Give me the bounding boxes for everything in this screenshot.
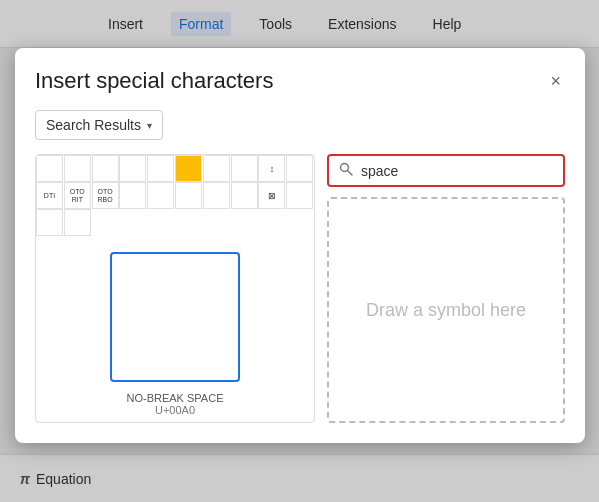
char-cell[interactable] bbox=[36, 209, 63, 236]
right-panel: Draw a symbol here bbox=[327, 154, 565, 423]
selected-char-code: U+00A0 bbox=[42, 404, 308, 416]
char-cell[interactable]: DTI bbox=[36, 182, 63, 209]
char-cell[interactable] bbox=[64, 155, 91, 182]
char-grid: ↕ DTI OTO RIT OTO RBO ⊠ bbox=[36, 155, 314, 236]
char-cell[interactable] bbox=[147, 182, 174, 209]
dialog-title: Insert special characters bbox=[35, 68, 273, 94]
search-icon bbox=[339, 162, 353, 179]
char-cell[interactable] bbox=[147, 155, 174, 182]
character-panel: ↕ DTI OTO RIT OTO RBO ⊠ NO-BRE bbox=[35, 154, 315, 423]
char-cell[interactable]: ↕ bbox=[258, 155, 285, 182]
draw-symbol-area[interactable]: Draw a symbol here bbox=[327, 197, 565, 423]
draw-area-label: Draw a symbol here bbox=[366, 300, 526, 321]
close-button[interactable]: × bbox=[546, 68, 565, 94]
search-input[interactable] bbox=[361, 163, 553, 179]
search-results-dropdown[interactable]: Search Results ▾ bbox=[35, 110, 163, 140]
dialog-body: ↕ DTI OTO RIT OTO RBO ⊠ NO-BRE bbox=[35, 154, 565, 423]
char-cell[interactable] bbox=[231, 155, 258, 182]
selected-char-name: NO-BREAK SPACE bbox=[42, 392, 308, 404]
char-cell[interactable] bbox=[36, 155, 63, 182]
char-cell[interactable] bbox=[175, 182, 202, 209]
char-cell[interactable]: OTO RBO bbox=[92, 182, 119, 209]
char-cell[interactable] bbox=[203, 182, 230, 209]
selected-char-display[interactable] bbox=[110, 252, 240, 382]
char-cell[interactable] bbox=[92, 155, 119, 182]
char-cell[interactable] bbox=[119, 155, 146, 182]
char-cell[interactable] bbox=[286, 155, 313, 182]
char-cell[interactable] bbox=[231, 182, 258, 209]
char-cell-highlighted[interactable] bbox=[175, 155, 202, 182]
svg-line-1 bbox=[348, 171, 352, 175]
dropdown-label: Search Results bbox=[46, 117, 141, 133]
char-cell[interactable]: OTO RIT bbox=[64, 182, 91, 209]
char-cell[interactable] bbox=[203, 155, 230, 182]
char-cell[interactable]: ⊠ bbox=[258, 182, 285, 209]
search-box bbox=[327, 154, 565, 187]
dialog-header: Insert special characters × bbox=[35, 68, 565, 94]
char-cell[interactable] bbox=[286, 182, 313, 209]
dropdown-arrow-icon: ▾ bbox=[147, 120, 152, 131]
char-cell[interactable] bbox=[64, 209, 91, 236]
svg-point-0 bbox=[341, 164, 349, 172]
char-cell[interactable] bbox=[119, 182, 146, 209]
char-detail-panel: NO-BREAK SPACE U+00A0 bbox=[36, 236, 314, 422]
insert-special-chars-dialog: Insert special characters × Search Resul… bbox=[15, 48, 585, 443]
